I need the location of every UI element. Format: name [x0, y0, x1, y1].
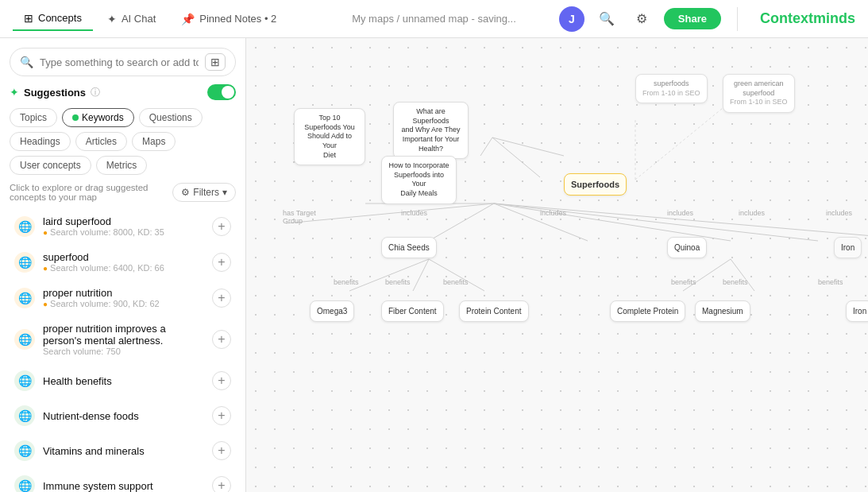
svg-line-1 [492, 138, 564, 156]
edge-label-benefits2: benefits [385, 278, 411, 286]
edge-label-target: has TargetGroup [283, 209, 316, 225]
add-concept-button[interactable]: + [212, 441, 231, 460]
sidebar: 🔍 ⊞ ✦ Suggestions ⓘ Topics Keywords Ques… [0, 38, 246, 492]
concepts-icon: ⊞ [24, 12, 33, 25]
concept-name: Health benefits [43, 375, 204, 387]
topbar-right: J 🔍 ⚙ Share Contextminds [559, 6, 855, 32]
node-chia-seeds[interactable]: Chia Seeds [381, 237, 437, 258]
avatar[interactable]: J [559, 6, 584, 32]
divider [737, 7, 738, 31]
tab-ai-chat[interactable]: ✦ AI Chat [96, 8, 167, 30]
list-item[interactable]: 🌐 Nutrient-dense foods + [10, 400, 236, 432]
node-top10[interactable]: Top 10 Superfoods YouShould Add to YourD… [294, 108, 365, 165]
svg-line-13 [683, 259, 731, 291]
search-bar[interactable]: 🔍 ⊞ [10, 48, 236, 76]
chip-keywords[interactable]: Keywords [62, 108, 134, 127]
sparkle-icon: ✦ [10, 86, 19, 99]
node-magnesium[interactable]: Magnesium [695, 300, 750, 322]
breadcrumb: My maps / unnamed map - saving... [352, 13, 516, 25]
svg-line-3 [286, 203, 494, 223]
list-item[interactable]: 🌐 superfood ● Search volume: 6400, KD: 6… [10, 246, 236, 278]
node-omega3[interactable]: Omega3 [310, 300, 354, 322]
node-what-are[interactable]: What are Superfoodsand Why Are TheyImpor… [393, 102, 469, 159]
node-superfoods[interactable]: Superfoods [564, 173, 627, 196]
node-quinoa[interactable]: Quinoa [667, 237, 707, 258]
click-hint: Click to explore or drag suggested conce… [10, 183, 168, 202]
list-item[interactable]: 🌐 proper nutrition ● Search volume: 900,… [10, 281, 236, 314]
list-item[interactable]: 🌐 proper nutrition improves a person's m… [10, 317, 236, 362]
filters-button[interactable]: ⚙ Filters ▾ [172, 183, 236, 202]
concept-globe-icon: 🌐 [14, 288, 35, 308]
add-concept-button[interactable]: + [212, 330, 231, 349]
filter-chips: Topics Keywords Questions Headings Artic… [10, 108, 236, 175]
concept-name: laird superfood [43, 215, 204, 227]
concept-globe-icon: 🌐 [14, 405, 35, 426]
edge-label-includes4: includes [739, 209, 765, 217]
node-protein-content[interactable]: Protein Content [459, 300, 529, 322]
svg-line-7 [494, 203, 731, 241]
tab-pinned-label: Pinned Notes • 2 [199, 13, 276, 25]
list-item[interactable]: 🌐 Immune system support + [10, 470, 236, 492]
list-item[interactable]: 🌐 laird superfood ● Search volume: 8000,… [10, 210, 236, 242]
info-icon[interactable]: ⓘ [91, 86, 100, 99]
tab-concepts[interactable]: ⊞ Concepts [13, 7, 93, 31]
topbar: ⊞ Concepts ✦ AI Chat 📌 Pinned Notes • 2 … [0, 0, 868, 38]
edge-label-benefits1: benefits [334, 278, 359, 286]
svg-line-14 [731, 259, 754, 291]
node-iron[interactable]: Iron [834, 237, 862, 258]
share-button[interactable]: Share [664, 8, 721, 29]
concept-list: 🌐 laird superfood ● Search volume: 8000,… [10, 210, 236, 492]
chip-topics[interactable]: Topics [10, 108, 57, 127]
add-concept-button[interactable]: + [212, 371, 231, 390]
concept-globe-icon: 🌐 [14, 440, 35, 461]
concept-name: Vitamins and minerals [43, 445, 204, 457]
concept-name: proper nutrition [43, 287, 204, 299]
chip-headings[interactable]: Headings [10, 132, 71, 151]
add-concept-button[interactable]: + [212, 476, 231, 492]
edge-label-includes2: includes [540, 209, 566, 217]
add-concept-button[interactable]: + [212, 217, 231, 236]
add-concept-button[interactable]: + [212, 253, 231, 272]
node-superfoods-seo[interactable]: superfoodsFrom 1-10 in SEO [635, 74, 708, 103]
concept-name: proper nutrition improves a person's men… [43, 323, 204, 347]
concept-meta: ● Search volume: 8000, KD: 35 [43, 227, 204, 237]
concept-globe-icon: 🌐 [14, 370, 35, 391]
add-concept-button[interactable]: + [212, 289, 231, 308]
search-button[interactable]: 🔍 [594, 6, 619, 32]
pinned-icon: 📌 [181, 13, 195, 25]
canvas[interactable]: superfoodsFrom 1-10 in SEO green america… [246, 38, 868, 492]
chip-metrics[interactable]: Metrics [96, 156, 148, 175]
main-layout: 🔍 ⊞ ✦ Suggestions ⓘ Topics Keywords Ques… [0, 38, 868, 492]
tab-ai-chat-label: AI Chat [122, 13, 156, 25]
node-green-american[interactable]: green americansuperfoodFrom 1-10 in SEO [723, 74, 795, 113]
concept-globe-icon: 🌐 [14, 475, 35, 492]
svg-line-0 [480, 138, 492, 156]
add-concept-button[interactable]: ⊞ [205, 53, 226, 71]
chip-questions[interactable]: Questions [139, 108, 203, 127]
concept-name: superfood [43, 251, 204, 263]
add-concept-button[interactable]: + [212, 406, 231, 425]
list-item[interactable]: 🌐 Health benefits + [10, 365, 236, 397]
tab-pinned[interactable]: 📌 Pinned Notes • 2 [170, 8, 287, 30]
search-icon: 🔍 [20, 56, 33, 68]
edge-label-benefits6: benefits [818, 278, 843, 286]
search-input[interactable] [40, 56, 199, 68]
chip-maps[interactable]: Maps [132, 132, 176, 151]
node-fiber-content[interactable]: Fiber Content [381, 300, 444, 322]
suggestions-toggle[interactable] [207, 84, 236, 100]
list-item[interactable]: 🌐 Vitamins and minerals + [10, 435, 236, 467]
chip-user-concepts[interactable]: User concepts [10, 156, 91, 175]
chevron-down-icon: ▾ [222, 187, 227, 198]
svg-line-11 [413, 259, 429, 291]
suggestions-label: Suggestions [24, 87, 86, 99]
node-iron-bottom[interactable]: Iron [846, 300, 868, 322]
svg-line-16 [635, 108, 723, 180]
chip-articles[interactable]: Articles [75, 132, 127, 151]
node-how-incorporate[interactable]: How to IncorporateSuperfoods into YourDa… [381, 156, 457, 204]
settings-button[interactable]: ⚙ [629, 6, 654, 32]
edge-label-includes3: includes [667, 209, 693, 217]
edge-label-includes1: includes [401, 209, 427, 217]
svg-line-12 [429, 259, 484, 291]
node-complete-protein[interactable]: Complete Protein [610, 300, 685, 322]
edge-label-benefits4: benefits [671, 278, 696, 286]
